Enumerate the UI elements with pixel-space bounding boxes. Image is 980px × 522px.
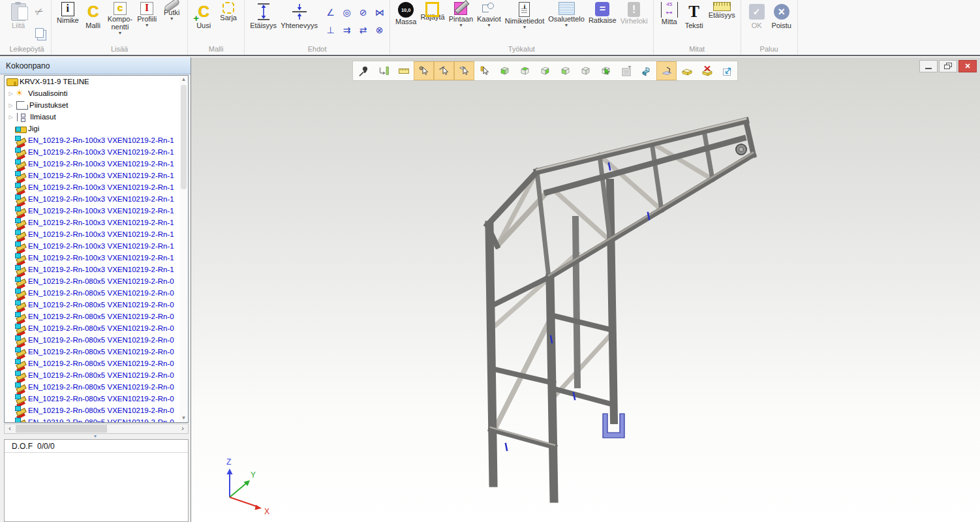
tree-item-label[interactable]: EN_10219-2-Rn-080x5 VXEN10219-2-Rn-0 (27, 418, 174, 423)
nimike-button[interactable]: Nimike (55, 1, 81, 25)
tree-item[interactable]: EN_10219-2-Rn-100x3 VXEN10219-2-Rn-1 (5, 170, 188, 181)
tree-item-label[interactable]: EN_10219-2-Rn-080x5 VXEN10219-2-Rn-0 (27, 407, 174, 414)
concentric-constraint-icon[interactable]: ◎ (340, 5, 354, 19)
scroll-left-icon[interactable]: ‹ (5, 424, 14, 433)
tree-item[interactable]: EN_10219-2-Rn-080x5 VXEN10219-2-Rn-0 (5, 369, 188, 381)
tree-item[interactable]: EN_10219-2-Rn-080x5 VXEN10219-2-Rn-0 (5, 358, 188, 369)
tree-item-label[interactable]: EN_10219-2-Rn-080x5 VXEN10219-2-Rn-0 (27, 336, 174, 344)
komponentti-button[interactable]: Kompo- nentti▼ (106, 1, 135, 37)
tree-item-label[interactable]: EN_10219-2-Rn-100x3 VXEN10219-2-Rn-1 (27, 242, 174, 250)
tree-item[interactable]: EN_10219-2-Rn-080x5 VXEN10219-2-Rn-0 (5, 299, 188, 311)
tree-item[interactable]: EN_10219-2-Rn-080x5 VXEN10219-2-Rn-0 (5, 311, 188, 322)
workplane-delete-button[interactable] (697, 61, 717, 80)
tree-item-label[interactable]: EN_10219-2-Rn-080x5 VXEN10219-2-Rn-0 (27, 371, 174, 379)
tree-item[interactable]: EN_10219-2-Rn-080x5 VXEN10219-2-Rn-0 (5, 346, 188, 358)
tree-item-label[interactable]: Visualisointi (27, 89, 68, 97)
tree-item-label[interactable]: EN_10219-2-Rn-100x3 VXEN10219-2-Rn-1 (27, 136, 174, 144)
kaaviot-button[interactable]: Kaaviot▼ (475, 1, 503, 29)
tree-item[interactable]: EN_10219-2-Rn-100x3 VXEN10219-2-Rn-1 (5, 264, 188, 275)
tree-item-label[interactable]: EN_10219-2-Rn-100x3 VXEN10219-2-Rn-1 (27, 148, 174, 156)
dropdown-arrow-icon[interactable]: ▼ (523, 25, 527, 30)
virheloki-button[interactable]: Virheloki (619, 1, 650, 25)
tree-item[interactable]: EN_10219-2-Rn-100x3 VXEN10219-2-Rn-1 (5, 158, 188, 170)
model-viewport[interactable]: Z Y X ✕ (191, 57, 980, 522)
tree-item[interactable]: EN_10219-2-Rn-100x3 VXEN10219-2-Rn-1 (5, 240, 188, 252)
dropdown-arrow-icon[interactable]: ▼ (459, 23, 463, 28)
dropdown-arrow-icon[interactable]: ▼ (170, 16, 174, 22)
scroll-thumb[interactable] (181, 85, 187, 189)
tree-item-label[interactable]: EN_10219-2-Rn-080x5 VXEN10219-2-Rn-0 (27, 289, 174, 297)
measure-button[interactable] (393, 61, 414, 80)
assembly-tree[interactable]: KRVX-911-9 TELINE▷Visualisointi▷Piirustu… (4, 75, 189, 423)
tree-item[interactable]: EN_10219-2-Rn-100x3 VXEN10219-2-Rn-1 (5, 134, 188, 146)
tree-item-label[interactable]: EN_10219-2-Rn-100x3 VXEN10219-2-Rn-1 (27, 254, 174, 262)
tree-item[interactable]: EN_10219-2-Rn-080x5 VXEN10219-2-Rn-0 (5, 381, 188, 393)
tree-item[interactable]: EN_10219-2-Rn-100x3 VXEN10219-2-Rn-1 (5, 252, 188, 264)
tree-item-label[interactable]: EN_10219-2-Rn-080x5 VXEN10219-2-Rn-0 (27, 324, 174, 332)
tree-item[interactable]: EN_10219-2-Rn-080x5 VXEN10219-2-Rn-0 (5, 275, 188, 287)
tree-item-label[interactable]: EN_10219-2-Rn-100x3 VXEN10219-2-Rn-1 (27, 183, 174, 191)
dropdown-arrow-icon[interactable]: ▼ (117, 31, 122, 36)
scroll-up-icon[interactable]: ▲ (179, 76, 188, 84)
symmetry-constraint-icon[interactable]: ⋈ (373, 5, 386, 19)
select-profile-button[interactable] (474, 61, 495, 80)
osaluettelo-button[interactable]: Osaluettelo▼ (546, 1, 587, 29)
fix-constraint-icon[interactable]: ⊗ (373, 23, 386, 37)
parallel-constraint-icon[interactable]: ⇄ (356, 23, 370, 37)
mitta-button[interactable]: 45Mitta (657, 1, 682, 26)
sarja-button[interactable]: Sarja (216, 1, 241, 22)
tree-item-label[interactable]: EN_10219-2-Rn-100x3 VXEN10219-2-Rn-1 (27, 195, 174, 203)
pintaan-button[interactable]: Pintaan▼ (447, 1, 475, 29)
tree-item[interactable]: EN_10219-2-Rn-080x5 VXEN10219-2-Rn-0 (5, 393, 188, 405)
perpendicular-constraint-icon[interactable]: ⊥ (324, 23, 337, 37)
minimize-button[interactable] (919, 60, 938, 72)
uusi-button[interactable]: Uusi (191, 1, 216, 30)
tree-item-label[interactable]: Jigi (27, 125, 39, 132)
tree-item[interactable]: EN_10219-2-Rn-100x3 VXEN10219-2-Rn-1 (5, 205, 188, 217)
tree-item-label[interactable]: EN_10219-2-Rn-100x3 VXEN10219-2-Rn-1 (27, 230, 174, 238)
putki-button[interactable]: Putki▼ (159, 1, 184, 22)
scroll-right-icon[interactable]: › (178, 424, 187, 433)
select-face-button[interactable] (454, 61, 474, 80)
paste-button[interactable]: Liitä (6, 1, 31, 30)
dropdown-arrow-icon[interactable]: ▼ (564, 23, 569, 28)
view-list-button[interactable] (616, 61, 636, 80)
rajayta-button[interactable]: Räjäytä (418, 1, 446, 22)
shade-right-button[interactable] (535, 61, 555, 80)
tree-item[interactable]: KRVX-911-9 TELINE (5, 76, 188, 87)
shade-front-button[interactable] (495, 61, 515, 80)
tree-item[interactable]: EN_10219-2-Rn-100x3 VXEN10219-2-Rn-1 (5, 217, 188, 228)
tangent-constraint-icon[interactable]: ⊘ (356, 5, 370, 19)
tree-item[interactable]: EN_10219-2-Rn-080x5 VXEN10219-2-Rn-0 (5, 287, 188, 299)
malli-button[interactable]: Malli (81, 1, 106, 30)
3d-model-view[interactable] (191, 57, 980, 522)
tree-item[interactable]: Jigi (5, 123, 188, 134)
expander-icon[interactable]: ▷ (7, 114, 15, 120)
tree-item-label[interactable]: EN_10219-2-Rn-080x5 VXEN10219-2-Rn-0 (27, 313, 174, 320)
tree-item[interactable]: EN_10219-2-Rn-100x3 VXEN10219-2-Rn-1 (5, 181, 188, 193)
shade-solid-button[interactable] (575, 61, 596, 80)
tree-item-label[interactable]: EN_10219-2-Rn-080x5 VXEN10219-2-Rn-0 (27, 360, 174, 367)
equal-constraint-icon[interactable]: ⇉ (340, 23, 354, 37)
tree-item[interactable]: ▷Visualisointi (5, 87, 188, 99)
profile-tool-button[interactable] (636, 61, 656, 80)
select-new-button[interactable] (373, 61, 393, 80)
tree-item[interactable]: EN_10219-2-Rn-100x3 VXEN10219-2-Rn-1 (5, 228, 188, 240)
tree-item[interactable]: EN_10219-2-Rn-080x5 VXEN10219-2-Rn-0 (5, 416, 188, 423)
fit-view-button[interactable] (717, 61, 737, 80)
hscroll-thumb[interactable] (16, 425, 107, 433)
pin-button[interactable] (353, 61, 373, 80)
teksti-button[interactable]: Teksti (682, 1, 707, 30)
ok-button[interactable]: OK (744, 1, 769, 30)
tree-item-label[interactable]: EN_10219-2-Rn-080x5 VXEN10219-2-Rn-0 (27, 277, 174, 285)
nimiketiedot-button[interactable]: Nimiketiedot▼ (503, 1, 547, 31)
scroll-down-icon[interactable]: ▼ (179, 414, 188, 422)
etaisyys-mitta-button[interactable]: Etäisyys (707, 1, 737, 20)
tree-item-label[interactable]: Ilmiasut (29, 113, 56, 121)
tree-item-label[interactable]: EN_10219-2-Rn-080x5 VXEN10219-2-Rn-0 (27, 395, 174, 403)
tree-item[interactable]: ▷Piirustukset (5, 99, 188, 111)
tree-item[interactable]: EN_10219-2-Rn-080x5 VXEN10219-2-Rn-0 (5, 334, 188, 346)
tree-item-label[interactable]: EN_10219-2-Rn-100x3 VXEN10219-2-Rn-1 (27, 172, 174, 179)
tree-item-label[interactable]: EN_10219-2-Rn-100x3 VXEN10219-2-Rn-1 (27, 207, 174, 215)
select-edge-button[interactable] (434, 61, 454, 80)
